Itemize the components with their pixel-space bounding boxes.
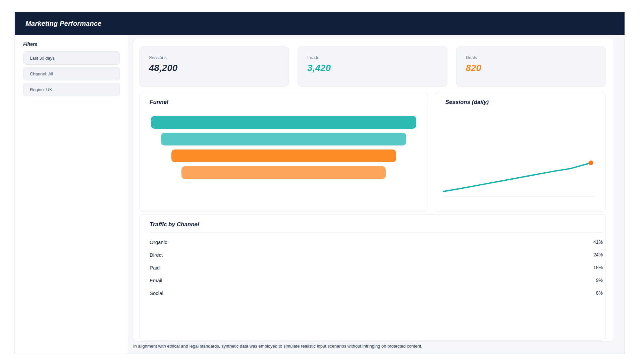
table-row: Social 8% (150, 287, 603, 299)
funnel-title: Funnel (140, 92, 428, 106)
main-content: Sessions 48,200 Leads 3,420 Deals 820 Fu… (128, 35, 625, 354)
channel-name: Organic (150, 239, 167, 245)
funnel-bar-stage-3 (171, 149, 396, 162)
filters-heading: Filters (23, 42, 120, 47)
channel-share: 41% (593, 239, 603, 245)
kpi-card-leads: Leads 3,420 (298, 46, 447, 87)
traffic-by-channel-card: Traffic by Channel Organic 41% Direct 24… (139, 214, 606, 341)
channel-name: Paid (150, 265, 160, 270)
filter-date-range[interactable]: Last 30 days (23, 51, 120, 65)
sessions-daily-chart (435, 92, 605, 212)
channel-share: 9% (596, 278, 603, 283)
table-row: Organic 41% (150, 236, 603, 248)
filter-date-range-label: Last 30 days (30, 56, 55, 61)
funnel-bar-stage-4 (181, 166, 386, 179)
table-row: Direct 24% (150, 248, 603, 261)
app-header: Marketing Performance (15, 12, 625, 35)
funnel-card: Funnel (139, 92, 428, 212)
filter-channel[interactable]: Channel: All (23, 67, 120, 80)
filter-region-label: Region: UK (30, 87, 52, 92)
footer-disclaimer: In alignment with ethical and legal stan… (133, 344, 614, 349)
funnel-chart (140, 116, 428, 179)
channel-name: Social (150, 290, 163, 296)
filter-channel-label: Channel: All (30, 71, 53, 76)
body-row: Filters Last 30 days Channel: All Region… (15, 35, 625, 354)
dashboard-panel: Sessions 48,200 Leads 3,420 Deals 820 Fu… (133, 38, 614, 342)
sessions-daily-card: Sessions (daily) (435, 92, 606, 212)
funnel-bar-stage-1 (151, 116, 416, 129)
kpi-deals-value: 820 (466, 63, 605, 73)
filters-sidebar: Filters Last 30 days Channel: All Region… (15, 35, 128, 354)
channel-name: Email (150, 278, 162, 283)
kpi-row: Sessions 48,200 Leads 3,420 Deals 820 (139, 46, 606, 87)
filter-region[interactable]: Region: UK (23, 83, 120, 96)
charts-row: Funnel Sessions (daily) (139, 92, 606, 212)
channel-share: 8% (596, 290, 603, 296)
page-title: Marketing Performance (25, 20, 102, 27)
kpi-card-deals: Deals 820 (456, 46, 606, 87)
funnel-bar-stage-2 (161, 133, 406, 145)
app-window: Marketing Performance Filters Last 30 da… (14, 12, 625, 354)
channel-share: 24% (593, 252, 603, 257)
channel-name: Direct (150, 252, 163, 258)
sessions-trend-line (443, 163, 591, 191)
kpi-leads-label: Leads (307, 55, 447, 60)
trend-endpoint-dot (589, 161, 593, 165)
kpi-sessions-value: 48,200 (149, 63, 288, 73)
channel-share: 18% (593, 265, 603, 270)
traffic-title: Traffic by Channel (140, 215, 605, 228)
kpi-card-sessions: Sessions 48,200 (139, 46, 289, 87)
kpi-leads-value: 3,420 (307, 63, 447, 73)
traffic-divider (150, 232, 603, 233)
table-row: Email 9% (150, 274, 603, 287)
traffic-table: Organic 41% Direct 24% Paid 18% Email (150, 236, 603, 299)
kpi-sessions-label: Sessions (149, 55, 288, 60)
table-row: Paid 18% (150, 261, 603, 274)
kpi-deals-label: Deals (466, 55, 605, 60)
